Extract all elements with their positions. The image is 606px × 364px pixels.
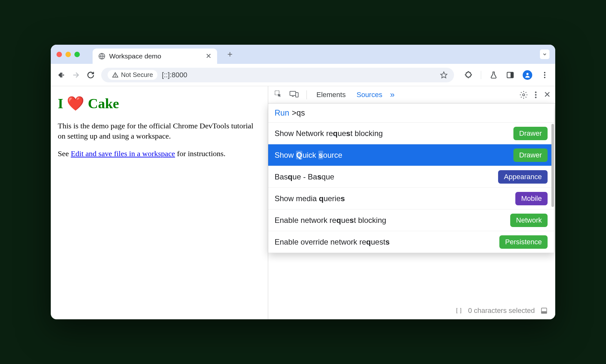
tabs-dropdown-button[interactable] bbox=[540, 49, 549, 59]
close-devtools-icon[interactable]: ✕ bbox=[544, 90, 551, 100]
command-item-label: Show media queries bbox=[275, 194, 515, 203]
svg-rect-14 bbox=[290, 91, 296, 95]
titlebar: Workspace demo ✕ + bbox=[51, 45, 555, 64]
svg-point-12 bbox=[544, 77, 545, 78]
browser-toolbar: Not Secure [::]:8000 bbox=[51, 64, 555, 86]
tab-separator bbox=[307, 90, 307, 99]
command-menu: Run >qs Show Network request blockingDra… bbox=[268, 103, 554, 253]
command-item-badge: Persistence bbox=[499, 235, 548, 249]
command-item-label: Basque - Basque bbox=[275, 172, 498, 181]
devtools-tabbar: Elements Sources » ✕ bbox=[268, 86, 555, 103]
tab-sources[interactable]: Sources bbox=[353, 86, 386, 103]
p2-prefix: See bbox=[58, 149, 71, 158]
svg-marker-6 bbox=[441, 72, 447, 78]
command-item-label: Enable network request blocking bbox=[275, 216, 510, 225]
status-text: 0 characters selected bbox=[468, 307, 535, 315]
content-area: I ❤️ Cake This is the demo page for the … bbox=[51, 86, 555, 319]
command-item[interactable]: Show media queriesMobile bbox=[268, 188, 554, 209]
command-item[interactable]: Show Network request blockingDrawer bbox=[268, 123, 554, 144]
more-tabs-icon[interactable]: » bbox=[390, 90, 394, 100]
url-text: [::]:8000 bbox=[162, 71, 436, 79]
command-item-badge: Drawer bbox=[513, 148, 548, 162]
devtools-right-controls: ✕ bbox=[519, 90, 551, 100]
command-item-label: Show Quick source bbox=[275, 151, 513, 160]
svg-rect-8 bbox=[511, 72, 513, 78]
minimize-window-button[interactable] bbox=[65, 52, 71, 57]
command-input-row[interactable]: Run >qs bbox=[268, 103, 554, 123]
command-item[interactable]: Show Quick sourceDrawer bbox=[268, 144, 554, 166]
new-tab-button[interactable]: + bbox=[227, 49, 232, 59]
svg-point-18 bbox=[535, 91, 537, 93]
p2-suffix: for instructions. bbox=[175, 149, 225, 158]
command-item-badge: Network bbox=[510, 214, 548, 227]
labs-icon[interactable] bbox=[489, 71, 498, 79]
run-label: Run bbox=[275, 108, 289, 118]
kebab-menu-icon[interactable] bbox=[535, 91, 537, 98]
svg-point-17 bbox=[523, 94, 525, 96]
coverage-icon[interactable] bbox=[541, 307, 548, 314]
svg-rect-16 bbox=[296, 93, 298, 97]
back-button[interactable] bbox=[57, 71, 65, 79]
command-item-badge: Appearance bbox=[498, 170, 548, 184]
command-item-label: Show Network request blocking bbox=[275, 129, 513, 138]
device-toolbar-icon[interactable] bbox=[288, 88, 300, 101]
command-item-badge: Drawer bbox=[513, 127, 548, 140]
heading-prefix: I bbox=[58, 96, 67, 111]
address-bar[interactable]: Not Secure [::]:8000 bbox=[101, 68, 454, 82]
tab-elements[interactable]: Elements bbox=[313, 86, 349, 103]
bookmark-star-icon[interactable] bbox=[440, 71, 448, 79]
heading-suffix: Cake bbox=[84, 96, 119, 111]
command-item[interactable]: Enable network request blockingNetwork bbox=[268, 209, 554, 231]
heart-icon: ❤️ bbox=[67, 96, 84, 111]
svg-point-11 bbox=[544, 74, 545, 75]
command-item-badge: Mobile bbox=[515, 192, 548, 205]
tab-title: Workspace demo bbox=[109, 52, 202, 60]
command-item-label: Enable override network requests bbox=[275, 238, 499, 246]
svg-point-19 bbox=[535, 94, 537, 95]
tab-close-icon[interactable]: ✕ bbox=[206, 52, 211, 60]
reload-button[interactable] bbox=[87, 71, 95, 79]
page-content: I ❤️ Cake This is the demo page for the … bbox=[51, 86, 268, 319]
browser-window: Workspace demo ✕ + Not Secure [::]:8000 bbox=[51, 45, 555, 319]
scrollbar[interactable] bbox=[551, 124, 554, 207]
inspect-element-icon[interactable] bbox=[273, 88, 284, 101]
warning-icon bbox=[112, 72, 118, 78]
command-item[interactable]: Basque - BasqueAppearance bbox=[268, 166, 554, 188]
person-icon bbox=[524, 72, 531, 78]
forward-button[interactable] bbox=[72, 71, 80, 79]
page-paragraph-2: See Edit and save files in a workspace f… bbox=[58, 148, 261, 159]
extensions-icon[interactable] bbox=[464, 71, 473, 79]
window-controls bbox=[57, 52, 80, 57]
menu-icon[interactable] bbox=[541, 71, 549, 79]
toolbar-divider bbox=[481, 71, 481, 79]
security-chip[interactable]: Not Secure bbox=[108, 70, 157, 80]
svg-rect-22 bbox=[542, 312, 547, 314]
svg-point-5 bbox=[115, 76, 116, 76]
gear-icon[interactable] bbox=[519, 91, 528, 99]
close-window-button[interactable] bbox=[57, 52, 62, 57]
command-item[interactable]: Enable override network requestsPersiste… bbox=[268, 231, 554, 253]
toolbar-icons bbox=[464, 70, 549, 80]
command-query: >qs bbox=[292, 108, 305, 118]
svg-point-9 bbox=[526, 73, 529, 75]
page-heading: I ❤️ Cake bbox=[58, 95, 261, 112]
page-paragraph-1: This is the demo page for the official C… bbox=[58, 121, 261, 141]
svg-point-10 bbox=[544, 72, 545, 73]
sidepanel-icon[interactable] bbox=[506, 71, 514, 79]
browser-tab[interactable]: Workspace demo ✕ bbox=[93, 49, 217, 64]
profile-avatar[interactable] bbox=[523, 70, 532, 80]
status-bar: 0 characters selected bbox=[452, 305, 551, 317]
titlebar-right bbox=[540, 49, 549, 59]
maximize-window-button[interactable] bbox=[74, 52, 80, 57]
svg-point-20 bbox=[535, 96, 537, 98]
not-secure-label: Not Secure bbox=[121, 71, 153, 79]
workspace-tutorial-link[interactable]: Edit and save files in a workspace bbox=[71, 149, 175, 158]
brackets-icon[interactable] bbox=[455, 307, 462, 314]
devtools-panel: Elements Sources » ✕ Run >qs Show Networ… bbox=[268, 86, 555, 319]
command-list: Show Network request blockingDrawerShow … bbox=[268, 123, 554, 253]
globe-icon bbox=[98, 53, 105, 60]
